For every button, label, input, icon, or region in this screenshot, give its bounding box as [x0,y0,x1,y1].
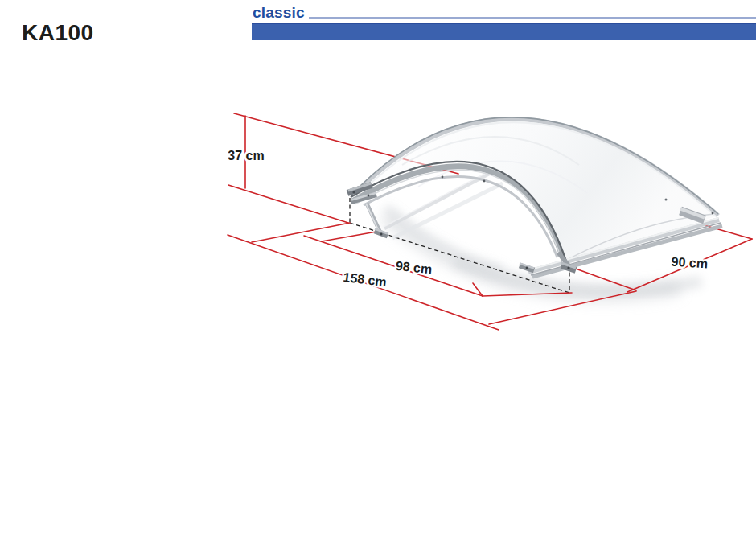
dimension-label-inner-width: 98 cm [395,259,433,277]
canopy-dimension-diagram: 37 cm 98 cm 158 cm 90 cm [0,0,756,543]
mid-foot-bracket [520,264,534,271]
dimension-label-overall-width: 158 cm [343,270,388,289]
datasheet-page: KA100 classic [0,0,756,543]
dimension-label-height: 37 cm [228,149,264,162]
dimension-label-projection: 90 cm [671,254,708,270]
canopy-illustration [347,117,722,277]
